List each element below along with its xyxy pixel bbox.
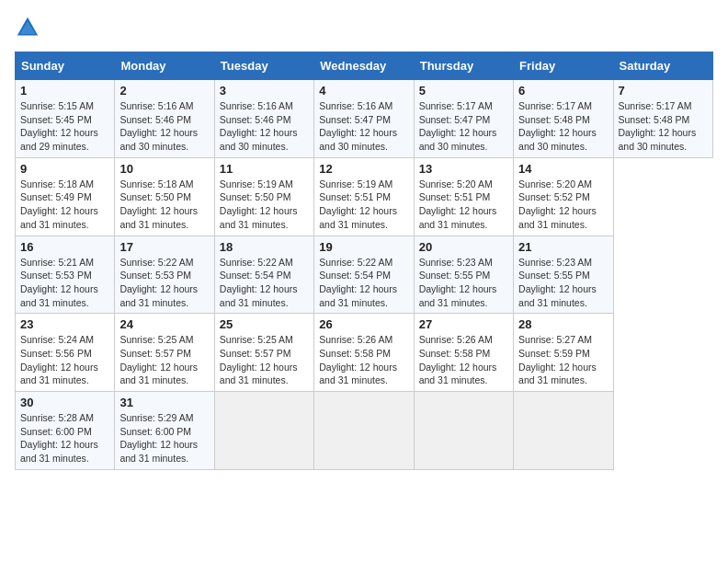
day-detail: Sunrise: 5:20 AMSunset: 5:51 PMDaylight:…	[419, 178, 508, 232]
calendar-cell: 7Sunrise: 5:17 AMSunset: 5:48 PMDaylight…	[613, 80, 712, 158]
day-detail: Sunrise: 5:18 AMSunset: 5:50 PMDaylight:…	[119, 178, 209, 232]
day-number: 12	[319, 162, 408, 176]
calendar-week-3: 16Sunrise: 5:21 AMSunset: 5:53 PMDayligh…	[16, 236, 713, 314]
day-detail: Sunrise: 5:25 AMSunset: 5:57 PMDaylight:…	[119, 333, 209, 387]
calendar-week-5: 30Sunrise: 5:28 AMSunset: 6:00 PMDayligh…	[16, 392, 713, 470]
calendar-cell	[514, 392, 613, 470]
day-detail: Sunrise: 5:22 AMSunset: 5:54 PMDaylight:…	[319, 256, 408, 310]
calendar-cell: 2Sunrise: 5:16 AMSunset: 5:46 PMDaylight…	[115, 80, 214, 158]
calendar-cell: 31Sunrise: 5:29 AMSunset: 6:00 PMDayligh…	[115, 392, 214, 470]
calendar-cell: 30Sunrise: 5:28 AMSunset: 6:00 PMDayligh…	[16, 392, 115, 470]
day-number: 5	[419, 84, 508, 98]
calendar-cell: 27Sunrise: 5:26 AMSunset: 5:58 PMDayligh…	[414, 314, 513, 392]
day-detail: Sunrise: 5:24 AMSunset: 5:56 PMDaylight:…	[20, 333, 109, 387]
day-detail: Sunrise: 5:18 AMSunset: 5:49 PMDaylight:…	[20, 178, 109, 232]
day-detail: Sunrise: 5:17 AMSunset: 5:48 PMDaylight:…	[518, 99, 608, 154]
day-number: 24	[119, 317, 209, 331]
day-detail: Sunrise: 5:17 AMSunset: 5:48 PMDaylight:…	[619, 99, 708, 154]
calendar-cell: 17Sunrise: 5:22 AMSunset: 5:53 PMDayligh…	[115, 236, 214, 314]
day-header-wednesday: Wednesday	[314, 52, 414, 80]
day-number: 30	[20, 396, 109, 409]
calendar-cell: 25Sunrise: 5:25 AMSunset: 5:57 PMDayligh…	[214, 314, 313, 392]
day-number: 6	[518, 84, 608, 98]
day-number: 14	[518, 162, 608, 176]
day-number: 27	[419, 317, 508, 331]
calendar-cell	[414, 392, 513, 470]
day-number: 4	[319, 84, 408, 98]
calendar-cell: 21Sunrise: 5:23 AMSunset: 5:55 PMDayligh…	[514, 236, 613, 314]
day-detail: Sunrise: 5:21 AMSunset: 5:53 PMDaylight:…	[20, 256, 109, 310]
day-number: 25	[220, 317, 309, 331]
calendar-cell: 16Sunrise: 5:21 AMSunset: 5:53 PMDayligh…	[16, 236, 115, 314]
day-detail: Sunrise: 5:28 AMSunset: 6:00 PMDaylight:…	[20, 411, 109, 465]
day-number: 21	[518, 240, 608, 254]
calendar-cell: 5Sunrise: 5:17 AMSunset: 5:47 PMDaylight…	[414, 80, 513, 158]
calendar-week-1: 1Sunrise: 5:15 AMSunset: 5:45 PMDaylight…	[16, 80, 713, 158]
day-detail: Sunrise: 5:22 AMSunset: 5:53 PMDaylight:…	[119, 256, 209, 310]
day-detail: Sunrise: 5:19 AMSunset: 5:50 PMDaylight:…	[220, 178, 309, 232]
calendar-cell: 19Sunrise: 5:22 AMSunset: 5:54 PMDayligh…	[314, 236, 414, 314]
day-number: 9	[20, 162, 109, 176]
day-detail: Sunrise: 5:16 AMSunset: 5:46 PMDaylight:…	[119, 99, 209, 154]
calendar-cell: 24Sunrise: 5:25 AMSunset: 5:57 PMDayligh…	[115, 314, 214, 392]
calendar-table: SundayMondayTuesdayWednesdayThursdayFrid…	[15, 52, 713, 470]
day-header-sunday: Sunday	[16, 52, 115, 80]
day-detail: Sunrise: 5:20 AMSunset: 5:52 PMDaylight:…	[518, 178, 608, 232]
calendar-cell: 28Sunrise: 5:27 AMSunset: 5:59 PMDayligh…	[514, 314, 613, 392]
day-number: 18	[220, 240, 309, 254]
day-detail: Sunrise: 5:25 AMSunset: 5:57 PMDaylight:…	[220, 333, 309, 387]
day-number: 13	[419, 162, 508, 176]
day-number: 3	[220, 84, 309, 98]
day-number: 16	[20, 240, 109, 254]
calendar-cell: 23Sunrise: 5:24 AMSunset: 5:56 PMDayligh…	[16, 314, 115, 392]
day-number: 10	[119, 162, 209, 176]
day-number: 7	[619, 84, 708, 98]
day-detail: Sunrise: 5:26 AMSunset: 5:58 PMDaylight:…	[319, 333, 408, 387]
day-header-tuesday: Tuesday	[214, 52, 313, 80]
day-number: 20	[419, 240, 508, 254]
calendar-cell: 4Sunrise: 5:16 AMSunset: 5:47 PMDaylight…	[314, 80, 414, 158]
calendar-week-2: 9Sunrise: 5:18 AMSunset: 5:49 PMDaylight…	[16, 157, 713, 236]
calendar-cell: 9Sunrise: 5:18 AMSunset: 5:49 PMDaylight…	[16, 157, 115, 236]
calendar-cell: 13Sunrise: 5:20 AMSunset: 5:51 PMDayligh…	[414, 157, 513, 236]
calendar-cell: 6Sunrise: 5:17 AMSunset: 5:48 PMDaylight…	[514, 80, 613, 158]
day-number: 26	[319, 317, 408, 331]
page-header	[15, 15, 713, 40]
day-header-thursday: Thursday	[414, 52, 513, 80]
day-number: 17	[119, 240, 209, 254]
day-header-monday: Monday	[115, 52, 214, 80]
day-detail: Sunrise: 5:15 AMSunset: 5:45 PMDaylight:…	[20, 99, 109, 154]
day-detail: Sunrise: 5:26 AMSunset: 5:58 PMDaylight:…	[419, 333, 508, 387]
calendar-header-row: SundayMondayTuesdayWednesdayThursdayFrid…	[16, 52, 713, 80]
day-number: 23	[20, 317, 109, 331]
day-detail: Sunrise: 5:22 AMSunset: 5:54 PMDaylight:…	[220, 256, 309, 310]
day-number: 31	[119, 396, 209, 409]
calendar-cell: 20Sunrise: 5:23 AMSunset: 5:55 PMDayligh…	[414, 236, 513, 314]
day-number: 2	[119, 84, 209, 98]
day-detail: Sunrise: 5:16 AMSunset: 5:46 PMDaylight:…	[220, 99, 309, 154]
calendar-week-4: 23Sunrise: 5:24 AMSunset: 5:56 PMDayligh…	[16, 314, 713, 392]
calendar-cell: 10Sunrise: 5:18 AMSunset: 5:50 PMDayligh…	[115, 157, 214, 236]
day-detail: Sunrise: 5:16 AMSunset: 5:47 PMDaylight:…	[319, 99, 408, 154]
calendar-cell: 11Sunrise: 5:19 AMSunset: 5:50 PMDayligh…	[214, 157, 313, 236]
day-header-saturday: Saturday	[613, 52, 712, 80]
calendar-cell	[314, 392, 414, 470]
day-number: 11	[220, 162, 309, 176]
day-detail: Sunrise: 5:19 AMSunset: 5:51 PMDaylight:…	[319, 178, 408, 232]
day-number: 28	[518, 317, 608, 331]
day-number: 19	[319, 240, 408, 254]
day-number: 1	[20, 84, 109, 98]
logo	[15, 15, 46, 40]
calendar-cell	[214, 392, 313, 470]
calendar-cell: 14Sunrise: 5:20 AMSunset: 5:52 PMDayligh…	[514, 157, 613, 236]
calendar-cell: 18Sunrise: 5:22 AMSunset: 5:54 PMDayligh…	[214, 236, 313, 314]
logo-icon	[15, 15, 40, 40]
calendar-cell: 1Sunrise: 5:15 AMSunset: 5:45 PMDaylight…	[16, 80, 115, 158]
day-detail: Sunrise: 5:27 AMSunset: 5:59 PMDaylight:…	[518, 333, 608, 387]
day-detail: Sunrise: 5:29 AMSunset: 6:00 PMDaylight:…	[119, 411, 209, 465]
day-detail: Sunrise: 5:17 AMSunset: 5:47 PMDaylight:…	[419, 99, 508, 154]
day-header-friday: Friday	[514, 52, 613, 80]
calendar-cell: 26Sunrise: 5:26 AMSunset: 5:58 PMDayligh…	[314, 314, 414, 392]
calendar-cell: 12Sunrise: 5:19 AMSunset: 5:51 PMDayligh…	[314, 157, 414, 236]
calendar-cell: 3Sunrise: 5:16 AMSunset: 5:46 PMDaylight…	[214, 80, 313, 158]
